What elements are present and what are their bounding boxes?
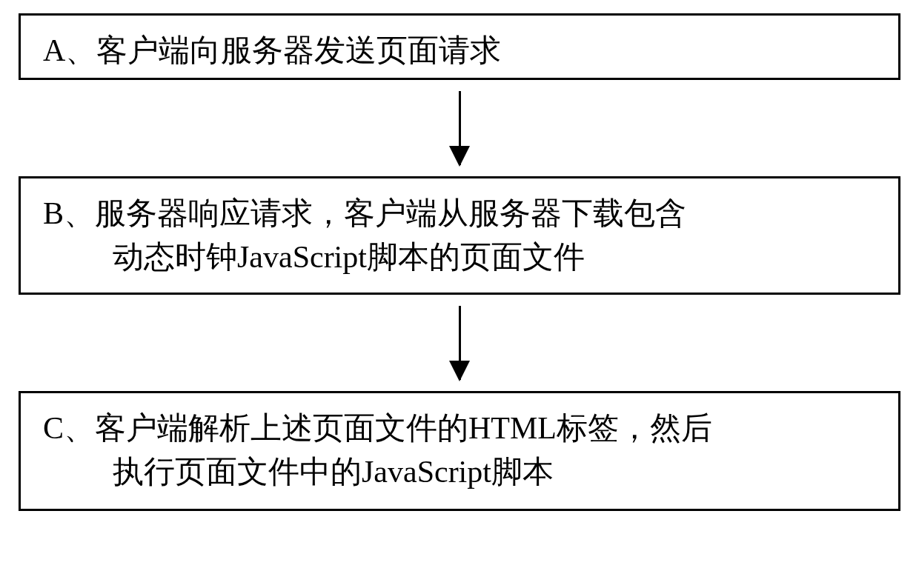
arrow-b-to-c [19, 295, 900, 391]
flowchart-container: A、客户端向服务器发送页面请求 B、服务器响应请求，客户端从服务器下载包含 动态… [19, 13, 900, 511]
arrow-head-icon [449, 361, 470, 381]
step-c-line2: 执行页面文件中的JavaScript脚本 [43, 450, 876, 494]
step-b-label: B、 [43, 196, 95, 230]
arrow-head-icon [449, 146, 470, 167]
step-b-box: B、服务器响应请求，客户端从服务器下载包含 动态时钟JavaScript脚本的页… [19, 176, 900, 295]
step-b-line1: 服务器响应请求，客户端从服务器下载包含 [95, 196, 686, 230]
step-c-label: C、 [43, 411, 95, 445]
step-a-label: A、 [43, 33, 96, 67]
step-a-box: A、客户端向服务器发送页面请求 [19, 13, 900, 80]
arrow-line-icon [459, 91, 461, 165]
step-c-box: C、客户端解析上述页面文件的HTML标签，然后 执行页面文件中的JavaScri… [19, 391, 900, 511]
step-b-line2: 动态时钟JavaScript脚本的页面文件 [43, 235, 876, 279]
arrow-line-icon [459, 306, 461, 380]
step-a-text: 客户端向服务器发送页面请求 [96, 33, 501, 67]
step-c-line1: 客户端解析上述页面文件的HTML标签，然后 [95, 411, 712, 445]
arrow-a-to-b [19, 80, 900, 176]
